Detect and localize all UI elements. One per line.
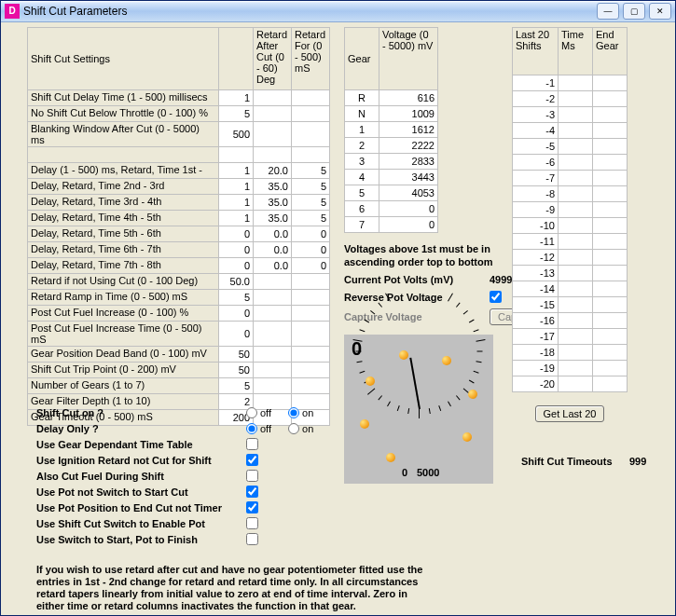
setting-value-3[interactable]: 0 (292, 226, 330, 242)
setting-value-3[interactable] (292, 378, 330, 394)
gear-voltage-cell[interactable]: 2833 (379, 154, 438, 170)
shift-index-cell: -7 (513, 171, 559, 186)
setting-value-3[interactable]: 0 (292, 242, 330, 258)
setting-value-3[interactable] (292, 274, 330, 290)
setting-value-1[interactable]: 0 (219, 258, 254, 274)
setting-value-2[interactable]: 0.0 (254, 242, 292, 258)
shift-time-cell (559, 345, 593, 361)
setting-value-3[interactable] (292, 122, 330, 147)
gear-voltage-cell[interactable]: 616 (379, 90, 438, 106)
option-checkbox[interactable] (246, 438, 258, 450)
gear-cell[interactable]: 1 (345, 122, 379, 138)
shift-cut-off-radio[interactable] (246, 407, 257, 418)
setting-value-2[interactable]: 0.0 (254, 226, 292, 242)
shift-index-cell: -3 (513, 107, 559, 123)
setting-value-2[interactable] (254, 122, 292, 147)
option-checkbox[interactable] (246, 517, 258, 529)
gear-cell[interactable]: R (345, 90, 379, 106)
setting-value-1[interactable]: 1 (219, 163, 254, 179)
setting-value-1[interactable]: 0 (219, 322, 254, 347)
gear-voltage-cell[interactable]: 3443 (379, 170, 438, 185)
setting-value-3[interactable]: 5 (292, 211, 330, 226)
maximize-button[interactable]: ▢ (623, 3, 645, 20)
option-checkbox[interactable] (246, 533, 258, 545)
setting-value-2[interactable] (254, 378, 292, 394)
setting-value-1[interactable]: 0 (219, 242, 254, 258)
setting-value-3[interactable] (292, 363, 330, 378)
shift-cut-on-radio[interactable] (288, 407, 299, 418)
setting-value-2[interactable] (254, 322, 292, 347)
get-last-20-button[interactable]: Get Last 20 (535, 405, 605, 422)
option-checkbox[interactable] (246, 470, 258, 482)
option-checkbox[interactable] (246, 501, 258, 513)
setting-value-2[interactable]: 35.0 (254, 211, 292, 226)
setting-value-3[interactable] (292, 347, 330, 363)
setting-value-3[interactable]: 0 (292, 258, 330, 274)
setting-value-2[interactable] (254, 274, 292, 290)
setting-value-3[interactable]: 5 (292, 179, 330, 195)
setting-value-1[interactable]: 5 (219, 290, 254, 306)
settings-table[interactable]: Shift Cut Settings Retard After Cut (0 -… (27, 27, 330, 426)
setting-value-1[interactable]: 50 (219, 347, 254, 363)
setting-value-1[interactable]: 5 (219, 378, 254, 394)
setting-value-3[interactable] (292, 106, 330, 122)
gear-voltage-cell[interactable]: 4053 (379, 185, 438, 201)
setting-value-1[interactable]: 1 (219, 179, 254, 195)
setting-value-3[interactable] (292, 290, 330, 306)
gear-cell[interactable]: 6 (345, 201, 379, 217)
setting-value-3[interactable] (292, 306, 330, 322)
shifts-header-end: End Gear (593, 28, 628, 75)
delay-only-on-radio[interactable] (288, 423, 299, 434)
setting-value-2[interactable] (254, 106, 292, 122)
gear-voltage-table[interactable]: Gear Voltage (0 - 5000) mV R616N10091161… (344, 27, 438, 233)
setting-value-2[interactable]: 20.0 (254, 163, 292, 179)
gear-voltage-cell[interactable]: 0 (379, 217, 438, 233)
setting-value-2[interactable] (254, 363, 292, 378)
setting-value-2[interactable] (254, 347, 292, 363)
gear-cell[interactable]: 3 (345, 154, 379, 170)
shift-index-cell: -1 (513, 75, 559, 91)
minimize-button[interactable]: — (597, 3, 619, 20)
gear-voltage-cell[interactable]: 1009 (379, 106, 438, 122)
close-button[interactable]: ✕ (649, 3, 671, 20)
shift-time-cell (559, 329, 593, 345)
option-check-label: Use Switch to Start, Pot to Finish (36, 534, 246, 545)
setting-row-label: Delay, Retard, Time 3rd - 4th (28, 195, 219, 211)
gear-header-voltage: Voltage (0 - 5000) mV (379, 28, 438, 90)
setting-value-2[interactable]: 35.0 (254, 179, 292, 195)
setting-value-2[interactable] (254, 290, 292, 306)
gear-voltage-cell[interactable]: 0 (379, 201, 438, 217)
setting-value-1[interactable]: 1 (219, 195, 254, 211)
gear-cell[interactable]: 2 (345, 138, 379, 154)
gear-cell[interactable]: 5 (345, 185, 379, 201)
setting-value-2[interactable]: 0.0 (254, 258, 292, 274)
gear-cell[interactable]: N (345, 106, 379, 122)
setting-value-3[interactable] (292, 90, 330, 106)
option-check-label: Use Gear Dependant Time Table (36, 439, 246, 450)
setting-value-2[interactable] (254, 306, 292, 322)
delay-only-off-radio[interactable] (246, 423, 257, 434)
setting-value-1[interactable]: 0 (219, 306, 254, 322)
setting-value-1[interactable]: 1 (219, 211, 254, 226)
gear-voltage-cell[interactable]: 1612 (379, 122, 438, 138)
gear-cell[interactable]: 7 (345, 217, 379, 233)
setting-value-1[interactable]: 0 (219, 226, 254, 242)
option-checkbox[interactable] (246, 454, 258, 466)
setting-value-1[interactable]: 1 (219, 90, 254, 106)
option-checkbox[interactable] (246, 486, 258, 498)
setting-value-2[interactable] (254, 90, 292, 106)
setting-value-3[interactable]: 5 (292, 163, 330, 179)
gear-voltage-cell[interactable]: 2222 (379, 138, 438, 154)
setting-value-1[interactable]: 5 (219, 106, 254, 122)
shift-gear-cell (593, 75, 628, 91)
setting-value-2[interactable]: 35.0 (254, 195, 292, 211)
reverse-pot-checkbox[interactable] (490, 291, 502, 303)
setting-value-3[interactable] (292, 322, 330, 347)
shifts-table[interactable]: Last 20 Shifts Time Ms End Gear -1-2-3-4… (512, 27, 628, 392)
setting-value-1[interactable]: 50 (219, 363, 254, 378)
setting-value-3[interactable]: 5 (292, 195, 330, 211)
shift-gear-cell (593, 91, 628, 107)
setting-value-1[interactable]: 500 (219, 122, 254, 147)
setting-value-1[interactable]: 50.0 (219, 274, 254, 290)
gear-cell[interactable]: 4 (345, 170, 379, 185)
